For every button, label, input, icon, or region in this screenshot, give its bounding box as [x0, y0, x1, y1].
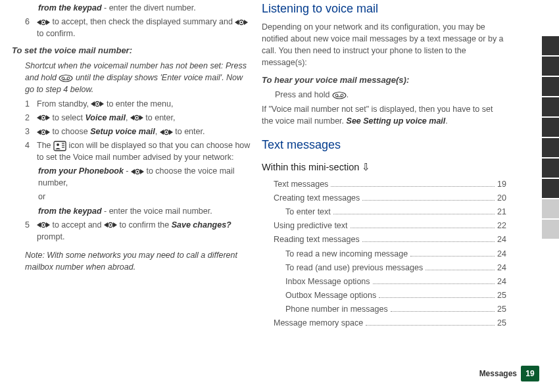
step-text: to accept, then check the displayed summ… — [37, 16, 251, 39]
toc-row: Inbox Message options24 — [274, 276, 506, 287]
toc-dots — [366, 324, 495, 326]
toc-row: To enter text21 — [274, 206, 506, 218]
step-text: The icon will be displayed so that you c… — [37, 139, 251, 163]
vm-step-3: 3 to choose Setup voice mail, to enter. — [25, 126, 251, 137]
toc-row: To read a new incoming message24 — [274, 248, 506, 260]
center-key-icon — [160, 128, 173, 136]
tab-light — [542, 199, 559, 218]
svg-marker-0 — [37, 20, 41, 25]
voicemail-key-icon — [59, 74, 73, 82]
set-vm-heading: To set the voice mail number: — [12, 45, 251, 57]
step-number: 6 — [25, 16, 37, 39]
svg-marker-28 — [160, 130, 164, 135]
svg-marker-12 — [91, 101, 95, 107]
tab-dark — [542, 179, 559, 198]
listening-heading: Listening to voice mail — [262, 0, 506, 17]
vm-step-5: 5 to accept and to confirm the Save chan… — [25, 219, 251, 243]
page-content: from the keypad - enter the divert numbe… — [0, 0, 520, 331]
vm-step-1: 1 From standby, to enter the menu, — [25, 98, 251, 110]
svg-marker-4 — [235, 20, 239, 25]
step-number: 3 — [25, 126, 37, 137]
svg-point-6 — [241, 22, 243, 24]
step-number: 5 — [25, 219, 37, 243]
tab-dark — [542, 36, 559, 55]
svg-marker-41 — [37, 222, 41, 228]
svg-marker-45 — [104, 222, 108, 228]
toc-dots — [373, 283, 495, 284]
svg-point-49 — [333, 92, 346, 99]
center-key-icon — [104, 221, 117, 229]
left-key-icon — [37, 18, 50, 26]
toc-label: Inbox Message options — [285, 276, 370, 287]
toc-page: 24 — [497, 248, 506, 260]
step-number: 1 — [25, 98, 37, 110]
phonebook-icon — [53, 141, 66, 151]
svg-point-2 — [43, 22, 45, 24]
left-key-icon — [235, 18, 248, 26]
toc-row: Creating text messages20 — [274, 192, 506, 204]
keypad-label: from the keypad — [38, 3, 102, 12]
svg-point-43 — [43, 224, 45, 226]
toc-page: 25 — [497, 317, 506, 329]
toc-dots — [379, 297, 495, 298]
center-key-icon — [91, 100, 104, 108]
svg-point-33 — [57, 143, 59, 146]
toc-dots — [333, 213, 495, 214]
step-number: 2 — [25, 112, 37, 124]
toc-label: Using predictive text — [274, 220, 348, 232]
tab-dark — [542, 118, 559, 137]
shortcut-paragraph: Shortcut when the voicemail number has n… — [25, 60, 251, 95]
toc-row: Message memory space25 — [274, 317, 506, 329]
nav-key-icon — [131, 168, 144, 176]
tab-light — [542, 220, 559, 239]
toc-label: To enter text — [285, 206, 331, 218]
toc-label: Reading text messages — [274, 233, 360, 245]
toc-label: To read a new incoming message — [285, 248, 408, 260]
hear-heading: To hear your voice mail message(s): — [262, 74, 506, 87]
toc-label: To read (and use) previous messages — [285, 262, 423, 274]
tab-dark — [542, 97, 559, 116]
toc-dots — [351, 227, 495, 228]
toc-label: Creating text messages — [274, 192, 360, 204]
svg-point-47 — [110, 224, 112, 226]
svg-marker-37 — [131, 169, 135, 174]
svg-marker-24 — [37, 130, 41, 135]
toc-label: Message memory space — [274, 317, 363, 329]
svg-point-14 — [97, 103, 99, 105]
vm-step-2: 2 to select Voice mail, to enter, — [25, 112, 251, 124]
toc-label: Outbox Message options — [285, 289, 376, 301]
svg-marker-7 — [244, 20, 248, 25]
toc-page: 24 — [497, 233, 506, 245]
svg-point-8 — [59, 75, 72, 82]
svg-marker-20 — [130, 115, 134, 120]
toc-page: 24 — [497, 262, 506, 274]
left-key-icon — [37, 221, 50, 229]
toc-dots — [362, 199, 495, 201]
svg-point-18 — [43, 117, 45, 119]
toc-dots — [425, 269, 495, 270]
toc-dots — [410, 255, 495, 257]
page-number: 19 — [521, 366, 539, 381]
footer-label: Messages — [479, 369, 517, 378]
toc-dots — [331, 185, 495, 187]
toc-page: 24 — [497, 276, 506, 287]
svg-marker-16 — [37, 115, 41, 120]
toc-label: Phone number in messages — [285, 303, 388, 315]
toc-dots — [391, 310, 495, 312]
or-text: or — [38, 191, 251, 203]
toc-row: Using predictive text22 — [274, 220, 506, 232]
section-tabs — [542, 36, 559, 240]
voicemail-key-icon — [332, 91, 347, 99]
vm-step-4: 4 The icon will be displayed so that you… — [25, 139, 251, 163]
not-set-paragraph: If "Voice mail number not set" is displa… — [262, 103, 506, 127]
listening-paragraph: Depending on your network and its config… — [262, 21, 506, 69]
toc-page: 20 — [497, 192, 506, 204]
toc-page: 22 — [497, 220, 506, 232]
tab-dark — [542, 77, 559, 96]
keypad-rest: - enter the divert number. — [102, 3, 196, 12]
toc-row: Outbox Message options25 — [274, 289, 506, 301]
step-text: From standby, to enter the menu, — [37, 98, 251, 110]
svg-point-39 — [137, 171, 139, 173]
down-arrow-icon: ⇩ — [362, 161, 370, 172]
note-text: Note: With some networks you may need to… — [25, 249, 251, 273]
